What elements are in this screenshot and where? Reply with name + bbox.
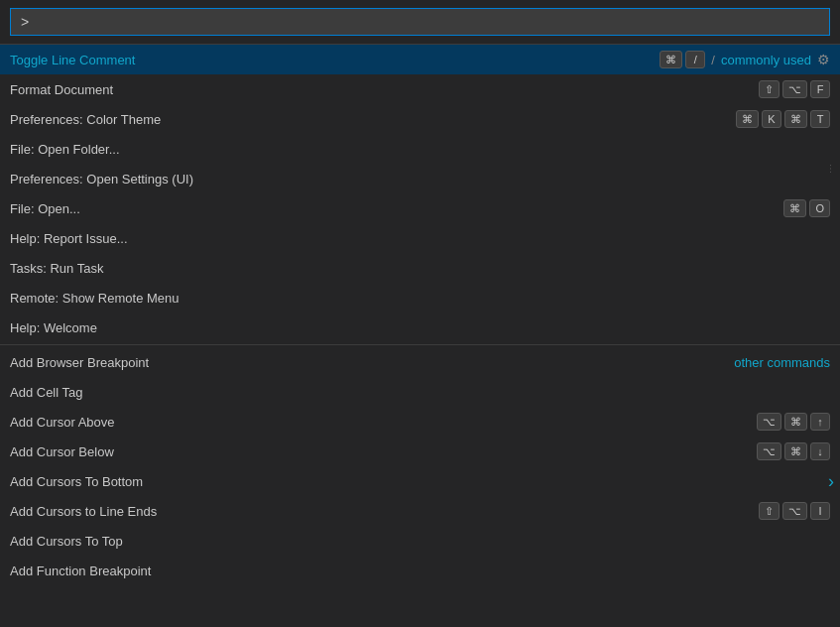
section-divider	[0, 344, 840, 345]
list-item[interactable]: Preferences: Open Settings (UI)	[0, 164, 840, 193]
list-item[interactable]: Format Document ⇧ ⌥ F	[0, 74, 840, 104]
cmd-key: ⌘	[660, 51, 682, 68]
alt-key: ⌥	[757, 413, 781, 431]
item-label: Help: Welcome	[10, 320, 97, 335]
results-list: Toggle Line Comment ⌘ / / commonly used …	[0, 45, 840, 585]
item-label: Preferences: Color Theme	[10, 112, 161, 127]
item-label: Add Cursor Below	[10, 444, 114, 459]
list-item[interactable]: Add Cursor Above ⌥ ⌘ ↑	[0, 407, 840, 437]
list-item[interactable]: Remote: Show Remote Menu	[0, 283, 840, 313]
cursor-below-shortcut: ⌥ ⌘ ↓	[757, 442, 830, 460]
item-label: Add Cell Tag	[10, 385, 82, 400]
toggle-shortcut: ⌘ /	[660, 51, 705, 68]
right-icon-1: ⋯	[825, 164, 836, 174]
results-wrapper: Toggle Line Comment ⌘ / / commonly used …	[0, 45, 840, 627]
cmd-key: ⌘	[784, 442, 807, 460]
slash-key: /	[685, 51, 705, 68]
item-label: Add Browser Breakpoint	[10, 355, 149, 370]
i-key: I	[810, 502, 830, 520]
item-label: Tasks: Run Task	[10, 261, 103, 276]
list-item[interactable]: Add Cursors To Top	[0, 526, 840, 556]
cmd-key2: ⌘	[784, 110, 807, 128]
down-key: ↓	[810, 442, 830, 460]
cmd-key: ⌘	[784, 413, 807, 431]
file-open-shortcut: ⌘ O	[783, 199, 830, 217]
toggle-line-comment-label: Toggle Line Comment	[10, 53, 135, 67]
list-item[interactable]: Add Cursor Below ⌥ ⌘ ↓	[0, 437, 840, 466]
list-item[interactable]: Add Cursors to Line Ends ⇧ ⌥ I	[0, 496, 840, 526]
item-label: Help: Report Issue...	[10, 231, 128, 246]
command-palette: Toggle Line Comment ⌘ / / commonly used …	[0, 0, 840, 627]
k-key: K	[762, 110, 781, 128]
item-label: Format Document	[10, 82, 113, 97]
cmd-key: ⌘	[736, 110, 759, 128]
list-item[interactable]: Preferences: Color Theme ⌘ K ⌘ T	[0, 104, 840, 134]
right-icon-label: ›	[828, 471, 834, 491]
cmd-key: ⌘	[783, 199, 806, 217]
o-key: O	[809, 199, 830, 217]
commonly-used-label: commonly used	[721, 53, 811, 67]
toggle-line-comment-row[interactable]: Toggle Line Comment ⌘ / / commonly used …	[0, 45, 840, 74]
item-label: Add Cursors to Line Ends	[10, 504, 157, 519]
shift-key: ⇧	[759, 502, 780, 520]
color-theme-shortcut: ⌘ K ⌘ T	[736, 110, 830, 128]
separator: /	[711, 53, 715, 67]
alt-key: ⌥	[782, 502, 807, 520]
cursors-line-ends-shortcut: ⇧ ⌥ I	[759, 502, 830, 520]
gear-icon[interactable]: ⚙	[817, 52, 830, 67]
t-key: T	[810, 110, 830, 128]
right-sidebar-icons: ⋯	[825, 164, 836, 174]
right-icon-2: ›	[828, 471, 838, 492]
list-item[interactable]: File: Open Folder...	[0, 134, 840, 164]
item-label: File: Open...	[10, 201, 80, 216]
item-label: Add Function Breakpoint	[10, 564, 151, 578]
list-item[interactable]: Help: Welcome	[0, 313, 840, 342]
item-label: Add Cursors To Top	[10, 534, 123, 549]
list-item[interactable]: Add Cursors To Bottom	[0, 466, 840, 496]
item-label: Add Cursors To Bottom	[10, 474, 143, 489]
item-label: Remote: Show Remote Menu	[10, 291, 180, 306]
alt-key: ⌥	[757, 442, 781, 460]
alt-key: ⌥	[782, 80, 807, 98]
f-key: F	[810, 80, 830, 98]
format-shortcut: ⇧ ⌥ F	[759, 80, 830, 98]
list-item[interactable]: Add Cell Tag	[0, 377, 840, 407]
list-item[interactable]: Help: Report Issue...	[0, 223, 840, 253]
list-item[interactable]: File: Open... ⌘ O	[0, 193, 840, 223]
other-commands-label: other commands	[734, 355, 830, 370]
item-label: Add Cursor Above	[10, 415, 115, 430]
item-label: Preferences: Open Settings (UI)	[10, 172, 193, 187]
shift-key: ⇧	[759, 80, 780, 98]
list-item[interactable]: Tasks: Run Task	[0, 253, 840, 283]
cursor-above-shortcut: ⌥ ⌘ ↑	[757, 413, 830, 431]
toggle-line-comment-right: ⌘ / / commonly used ⚙	[660, 51, 830, 68]
item-label: File: Open Folder...	[10, 142, 120, 157]
up-key: ↑	[810, 413, 830, 431]
search-bar	[0, 0, 840, 45]
list-item[interactable]: Add Function Breakpoint	[0, 556, 840, 585]
other-commands-row: Add Browser Breakpoint other commands	[0, 347, 840, 377]
search-input[interactable]	[10, 8, 830, 36]
